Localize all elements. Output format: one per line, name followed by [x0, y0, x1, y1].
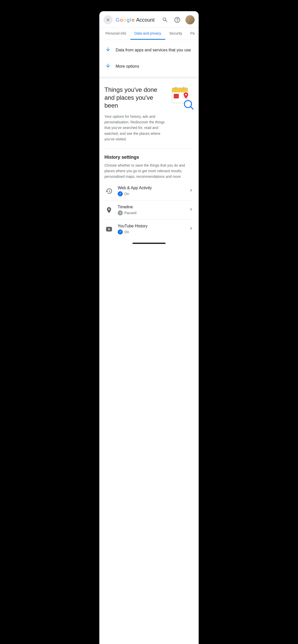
timeline-chevron [188, 207, 194, 213]
web-app-activity-item[interactable]: Web & App Activity On [104, 182, 194, 201]
logo-o1: o [120, 17, 123, 23]
logo-e: e [132, 17, 134, 23]
header: Google Account [99, 11, 199, 28]
youtube-history-title: YouTube History [118, 224, 184, 228]
youtube-history-icon [104, 225, 114, 234]
timeline-content: Timeline Paused [118, 205, 184, 215]
web-app-activity-icon [104, 186, 114, 196]
logo-g: G [116, 17, 120, 23]
help-button[interactable] [173, 16, 181, 24]
svg-point-1 [177, 21, 178, 21]
tab-people[interactable]: Pe [186, 28, 199, 40]
timeline-status: Paused [118, 210, 184, 215]
logo-l: l [130, 17, 131, 23]
svg-line-10 [191, 107, 193, 109]
web-app-activity-content: Web & App Activity On [118, 186, 184, 196]
timeline-title: Timeline [118, 205, 184, 209]
status-bar [99, 0, 199, 11]
history-settings-section: History settings Choose whether to save … [99, 149, 199, 241]
arrow-down-icon-1 [104, 47, 112, 54]
hero-image [171, 86, 194, 109]
web-app-activity-status-icon [118, 191, 123, 196]
more-options-text: More options [116, 64, 139, 69]
tab-personal-info[interactable]: Personal info [101, 28, 130, 40]
data-from-apps-text: Data from apps and services that you use [116, 48, 191, 52]
svg-rect-6 [183, 87, 184, 90]
app-container: Google Account Personal in [99, 11, 199, 644]
data-from-apps-link[interactable]: Data from apps and services that you use [99, 42, 199, 58]
hero-section: Things you've done and places you've bee… [99, 79, 199, 148]
timeline-status-icon [118, 210, 123, 215]
home-indicator [99, 241, 199, 245]
web-app-activity-title: Web & App Activity [118, 186, 184, 190]
youtube-history-chevron [188, 226, 194, 232]
logo-account-text: Account [136, 17, 155, 23]
youtube-history-status: On [118, 229, 184, 235]
more-options-link[interactable]: More options [99, 58, 199, 75]
quick-links: Data from apps and services that you use… [99, 40, 199, 77]
hero-description: Your options for history, ads and person… [104, 114, 167, 142]
web-app-activity-chevron [188, 188, 194, 194]
home-bar [132, 243, 166, 244]
youtube-history-content: YouTube History On [118, 224, 184, 235]
hero-title: Things you've done and places you've bee… [104, 86, 167, 110]
timeline-status-text: Paused [124, 211, 136, 215]
logo-o2: o [124, 17, 126, 23]
history-settings-title: History settings [104, 155, 194, 160]
timeline-icon [104, 206, 114, 215]
youtube-history-status-text: On [124, 230, 129, 234]
web-app-activity-status-text: On [124, 192, 129, 196]
close-button[interactable] [103, 15, 113, 24]
tab-security[interactable]: Security [165, 28, 186, 40]
google-logo: Google Account [116, 17, 158, 23]
avatar[interactable] [185, 15, 195, 24]
logo-g2: g [127, 17, 130, 23]
avatar-image [185, 15, 195, 24]
web-app-activity-status: On [118, 191, 184, 196]
history-illustration [171, 86, 194, 110]
hero-text: Things you've done and places you've bee… [104, 86, 167, 142]
search-button[interactable] [161, 16, 169, 24]
svg-rect-5 [175, 87, 177, 90]
history-settings-description: Choose whether to save the things that y… [104, 163, 194, 180]
arrow-down-icon-2 [104, 63, 112, 70]
youtube-history-item[interactable]: YouTube History On [104, 220, 194, 239]
svg-rect-7 [174, 94, 179, 98]
navigation-tabs: Personal info Data and privacy Security … [99, 28, 199, 40]
history-items-list: Web & App Activity On [104, 182, 194, 239]
section-divider [99, 77, 199, 79]
timeline-item[interactable]: Timeline Paused [104, 201, 194, 220]
header-icons [161, 15, 195, 24]
tab-data-and-privacy[interactable]: Data and privacy [130, 28, 165, 40]
youtube-history-status-icon [118, 229, 123, 235]
